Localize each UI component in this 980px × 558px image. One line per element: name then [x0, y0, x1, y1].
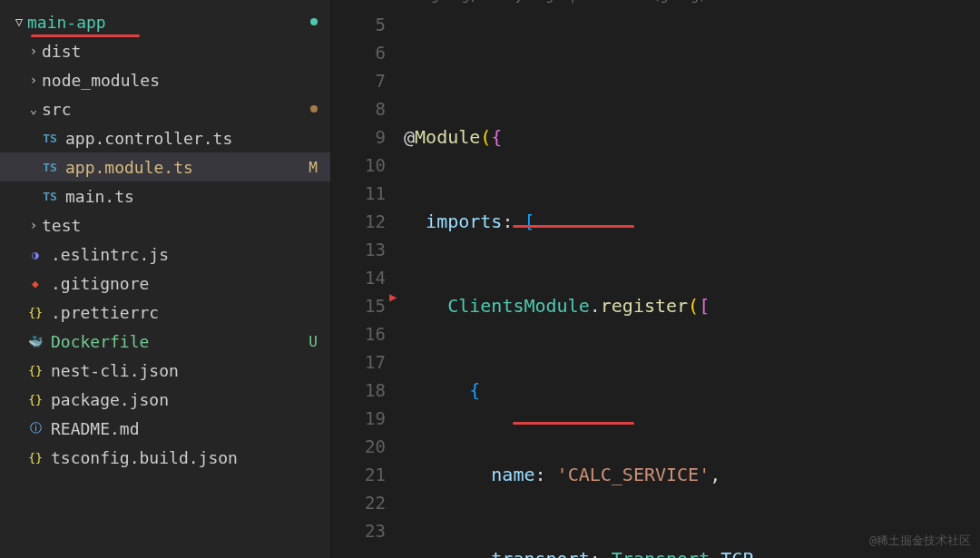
tree-item-tsconfig-build[interactable]: {} tsconfig.build.json [0, 443, 330, 472]
tree-item-nest-cli[interactable]: {} nest-cli.json [0, 356, 330, 385]
tree-item-gitignore[interactable]: ◆ .gitignore [0, 269, 330, 298]
line-number: 16 [331, 320, 386, 348]
line-number: 5 [331, 11, 386, 39]
tree-item-app-module[interactable]: TS app.module.ts M [0, 152, 330, 181]
line-number: 9 [331, 123, 386, 152]
docker-icon: 🐳 [25, 335, 45, 348]
untracked-status: U [309, 333, 318, 350]
file-label: app.module.ts [65, 158, 330, 177]
file-explorer[interactable]: ▽ main-app › dist › node_modules ⌄ src T… [0, 0, 331, 558]
chevron-right-icon: › [25, 218, 42, 232]
line-number: 23 [331, 517, 386, 545]
json-icon: {} [25, 364, 45, 377]
eslint-icon: ◑ [25, 248, 45, 261]
folder-label: src [42, 100, 330, 119]
line-number: 18 [331, 377, 386, 405]
folder-label: node_modules [42, 71, 330, 90]
code-editor[interactable]: 5 6 7 8 9 10 11 12 13 14 15 16 17 18 19 … [331, 0, 980, 558]
chevron-down-icon: ⌄ [25, 102, 42, 116]
code-line: ClientsModule.register([ [404, 292, 980, 320]
json-icon: {} [25, 451, 45, 465]
line-number: 10 [331, 152, 386, 180]
modified-dot-icon [310, 105, 318, 113]
file-label: .eslintrc.js [51, 245, 330, 264]
file-label: Dockerfile [51, 332, 330, 351]
line-number: 6 [331, 39, 386, 67]
chevron-down-icon: ▽ [11, 15, 27, 29]
line-number: 8 [331, 95, 386, 123]
tree-item-dist[interactable]: › dist [0, 36, 330, 65]
file-label: package.json [51, 390, 330, 409]
typescript-icon: TS [40, 132, 60, 145]
line-number: 12 [331, 208, 386, 236]
folder-label: test [42, 216, 330, 235]
tree-item-main[interactable]: TS main.ts [0, 181, 330, 210]
file-label: .gitignore [51, 274, 330, 293]
json-icon: {} [25, 393, 45, 406]
file-label: nest-cli.json [51, 361, 330, 380]
modified-status: M [309, 159, 318, 176]
line-number: 21 [331, 461, 386, 489]
line-number: 13 [331, 236, 386, 264]
line-gutter: 5 6 7 8 9 10 11 12 13 14 15 16 17 18 19 … [331, 0, 404, 558]
info-icon: ⓘ [25, 420, 45, 436]
tree-item-package-json[interactable]: {} package.json [0, 385, 330, 414]
tree-item-eslintrc[interactable]: ◑ .eslintrc.js [0, 240, 330, 269]
tree-item-node-modules[interactable]: › node_modules [0, 65, 330, 94]
file-label: .prettierrc [51, 303, 330, 322]
line-number: 7 [331, 67, 386, 95]
annotation-underline [513, 225, 634, 228]
code-line: @Module({ [404, 123, 980, 152]
folder-label: main-app [27, 13, 330, 32]
folder-label: dist [42, 42, 330, 61]
tree-item-src[interactable]: ⌄ src [0, 94, 330, 123]
typescript-icon: TS [40, 161, 60, 174]
tree-item-main-app[interactable]: ▽ main-app [0, 7, 330, 36]
code-line: imports: [ [404, 208, 980, 236]
tree-item-prettierrc[interactable]: {} .prettierrc [0, 298, 330, 327]
tree-item-app-controller[interactable]: TS app.controller.ts [0, 123, 330, 152]
chevron-right-icon: › [25, 73, 42, 87]
modified-dot-icon [310, 18, 318, 25]
code-content[interactable]: guang, 2 days ago | 1 author (guang) @Mo… [404, 0, 980, 558]
line-number: 17 [331, 348, 386, 377]
gitlens-annotation: guang, 2 days ago | 1 author (guang) [431, 0, 706, 10]
file-label: main.ts [65, 187, 330, 206]
line-number: 19 [331, 405, 386, 433]
file-label: README.md [51, 419, 330, 438]
line-number: 15 [331, 292, 386, 320]
code-line: name: 'CALC_SERVICE', [404, 461, 980, 489]
file-label: app.controller.ts [65, 129, 330, 148]
line-number: 11 [331, 180, 386, 208]
chevron-right-icon: › [25, 44, 42, 58]
line-number: 20 [331, 433, 386, 461]
line-number: 14 [331, 264, 386, 292]
file-label: tsconfig.build.json [51, 448, 330, 467]
json-icon: {} [25, 306, 45, 319]
tree-item-readme[interactable]: ⓘ README.md [0, 414, 330, 443]
git-icon: ◆ [25, 277, 45, 290]
code-line: { [404, 377, 980, 405]
watermark: @稀土掘金技术社区 [869, 533, 971, 549]
tree-item-test[interactable]: › test [0, 210, 330, 240]
annotation-underline [513, 422, 634, 425]
typescript-icon: TS [40, 190, 60, 203]
tree-item-dockerfile[interactable]: 🐳 Dockerfile U [0, 327, 330, 356]
fold-caret-icon: ▶ [389, 283, 397, 311]
line-number: 22 [331, 489, 386, 517]
